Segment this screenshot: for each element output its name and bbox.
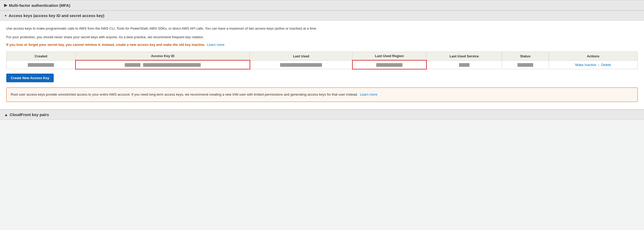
mfa-arrow: ▶ [4, 3, 7, 8]
table-row: Make Inactive | Delete [7, 60, 638, 69]
action-divider: | [598, 63, 599, 67]
access-key-part1 [125, 63, 140, 67]
access-keys-arrow: ▼ [4, 14, 7, 17]
make-inactive-link[interactable]: Make Inactive [575, 63, 596, 67]
access-keys-title: Access keys (access key ID and secret ac… [9, 13, 104, 18]
last-used-redacted [280, 63, 322, 67]
created-cell [7, 60, 76, 69]
col-access-key-id: Access Key ID [75, 52, 250, 61]
root-key-warning-box: Root user access keys provide unrestrict… [6, 87, 638, 102]
actions-cell: Make Inactive | Delete [549, 60, 637, 69]
service-redacted [459, 63, 470, 67]
warning-learn-more-link[interactable]: Learn more [207, 43, 224, 47]
warning-box-learn-more-link[interactable]: Learn more [360, 92, 377, 96]
col-actions: Actions [549, 52, 637, 61]
warning-text-content: If you lose or forget your secret key, y… [6, 43, 205, 47]
access-keys-section-header[interactable]: ▼ Access keys (access key ID and secret … [0, 10, 644, 21]
access-keys-table: Created Access Key ID Last Used Last Use… [6, 52, 638, 69]
col-status: Status [502, 52, 549, 61]
access-keys-warning: If you lose or forget your secret key, y… [6, 42, 638, 48]
create-new-access-key-button[interactable]: Create New Access Key [6, 74, 54, 82]
cloudfront-arrow: ▲ [4, 112, 8, 117]
access-keys-section-body: Use access keys to make programmatic cal… [0, 21, 644, 109]
access-keys-description2: For your protection, you should never sh… [6, 35, 638, 40]
col-last-used-region: Last Used Region [352, 52, 427, 61]
cloudfront-section-header[interactable]: ▲ CloudFront key pairs [0, 109, 644, 120]
access-key-part2 [143, 63, 201, 67]
region-redacted [376, 63, 402, 67]
col-last-used-service: Last Used Service [427, 52, 502, 61]
cloudfront-title: CloudFront key pairs [10, 112, 49, 117]
access-keys-description1: Use access keys to make programmatic cal… [6, 26, 638, 31]
created-redacted [28, 63, 54, 67]
warning-box-text: Root user access keys provide unrestrict… [11, 92, 358, 96]
access-key-id-cell [75, 60, 250, 69]
mfa-section-header[interactable]: ▶ Multi-factor authentication (MFA) [0, 0, 644, 10]
status-redacted [517, 63, 533, 67]
col-created: Created [7, 52, 76, 61]
mfa-title: Multi-factor authentication (MFA) [9, 3, 70, 8]
delete-link[interactable]: Delete [601, 63, 611, 67]
status-cell [502, 60, 549, 69]
col-last-used: Last Used [250, 52, 352, 61]
last-used-region-cell [352, 60, 427, 69]
last-used-cell [250, 60, 352, 69]
last-used-service-cell [427, 60, 502, 69]
